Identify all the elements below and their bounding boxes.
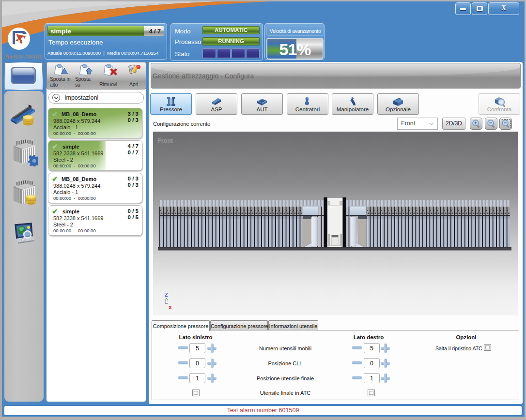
- svg-text:x: x: [169, 304, 172, 311]
- svg-text:Z: Z: [165, 292, 168, 298]
